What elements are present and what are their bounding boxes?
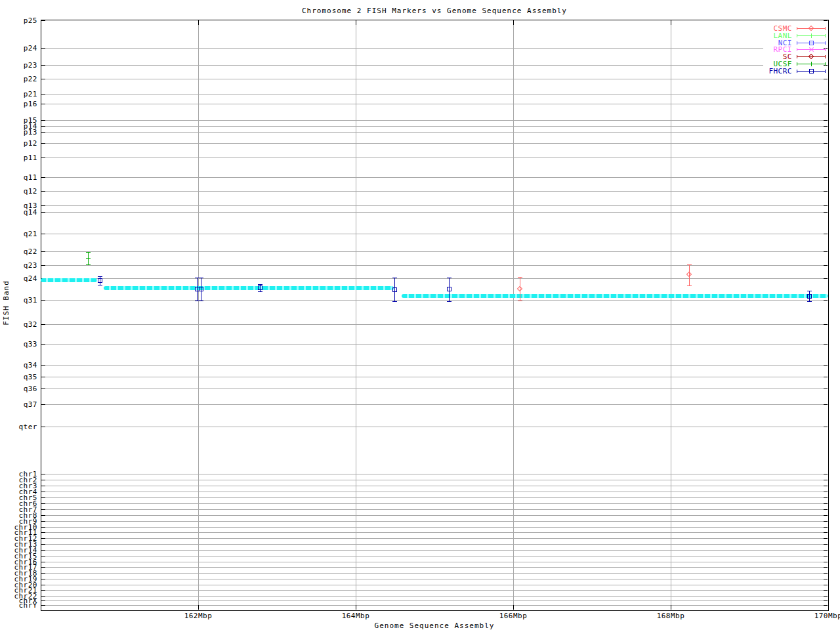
h-gridline — [41, 527, 828, 528]
band-tick-label: p16 — [0, 100, 37, 108]
data-point-FHCRC-square-marker — [98, 278, 102, 283]
data-point-FHCRC-square-marker — [807, 294, 812, 299]
y-tick-mirror — [824, 205, 828, 206]
band-tick-label: p11 — [0, 154, 37, 161]
h-gridline — [41, 600, 828, 601]
errorbar-cap-UCSF — [86, 252, 91, 253]
errorbar-cap-FHCRC — [392, 301, 397, 302]
assembly-band-segment — [402, 294, 828, 298]
y-tick-mirror — [824, 527, 828, 528]
y-tick-mirror — [824, 480, 828, 480]
y-tick — [41, 550, 45, 551]
y-tick — [41, 480, 45, 480]
y-tick — [41, 120, 45, 121]
y-tick — [41, 509, 45, 510]
legend-marker-NCI-square-marker — [809, 41, 814, 45]
y-tick — [41, 79, 45, 79]
y-tick — [41, 104, 45, 104]
h-gridline — [41, 585, 828, 585]
y-tick — [41, 503, 45, 504]
h-gridline — [41, 404, 828, 405]
band-tick-label: q37 — [0, 401, 37, 408]
y-tick-mirror — [824, 132, 828, 133]
band-tick-label: q23 — [0, 262, 37, 269]
y-tick-mirror — [824, 596, 828, 597]
errorbar-cap-FHCRC — [199, 278, 203, 278]
legend-sample-cap-UCSF — [797, 62, 797, 66]
h-gridline — [41, 265, 828, 266]
band-tick-label: q22 — [0, 248, 37, 255]
h-gridline — [41, 324, 828, 325]
h-gridline — [41, 579, 828, 579]
h-gridline — [41, 177, 828, 178]
y-tick-mirror — [824, 265, 828, 266]
h-gridline — [41, 567, 828, 568]
y-axis-label: FISH Band — [2, 274, 10, 333]
legend-sample-cap-CSMC — [825, 27, 826, 30]
plot-area: p25p24p23p22p21p16p15p14p13p12p11q11q12q… — [0, 0, 840, 630]
y-tick — [41, 132, 45, 133]
errorbar-cap-FHCRC — [392, 278, 397, 278]
y-tick — [41, 251, 45, 252]
x-tick — [828, 605, 829, 610]
h-gridline — [41, 158, 828, 158]
y-tick-mirror — [824, 550, 828, 551]
y-tick-mirror — [824, 94, 828, 94]
y-tick — [41, 605, 45, 606]
h-gridline — [41, 497, 828, 498]
band-tick-label: p24 — [0, 45, 37, 52]
y-tick — [41, 191, 45, 192]
y-tick — [41, 492, 45, 492]
h-gridline — [41, 562, 828, 562]
y-tick-mirror — [824, 65, 828, 66]
band-tick-label: p23 — [0, 62, 37, 69]
fish-marker-chart: Chromosome 2 FISH Markers vs Genome Sequ… — [0, 0, 840, 630]
y-tick — [41, 562, 45, 562]
y-tick-mirror — [824, 605, 828, 606]
errorbar-cap-FHCRC — [258, 291, 262, 292]
band-tick-label: q21 — [0, 230, 37, 238]
x-tick — [671, 605, 671, 610]
h-gridline — [41, 486, 828, 486]
y-tick-mirror — [824, 427, 828, 427]
legend-sample-cap-SC — [797, 55, 797, 58]
h-gridline — [41, 388, 828, 389]
y-tick — [41, 427, 45, 427]
y-tick-mirror — [824, 191, 828, 192]
y-tick-mirror — [824, 521, 828, 522]
y-tick — [41, 365, 45, 366]
errorbar-cap-CSMC — [518, 277, 522, 278]
y-tick-mirror — [824, 492, 828, 492]
y-tick-mirror — [824, 515, 828, 516]
legend-marker-LANL-plus-marker — [811, 33, 812, 38]
h-gridline — [41, 300, 828, 301]
data-point-CSMC-diamond-marker — [686, 272, 692, 277]
y-tick — [41, 600, 45, 601]
band-tick-label: q12 — [0, 188, 37, 195]
x-tick-mirror — [828, 20, 829, 25]
y-tick — [41, 538, 45, 539]
band-tick-label: p21 — [0, 91, 37, 98]
v-gridline — [513, 20, 514, 610]
errorbar-cap-FHCRC — [447, 301, 452, 302]
assembly-band-segment — [104, 286, 394, 290]
assembly-band-segment — [41, 278, 97, 282]
x-tick-mirror — [513, 20, 514, 25]
legend-sample-cap-LANL — [797, 34, 797, 37]
y-tick-mirror — [824, 324, 828, 325]
h-gridline — [41, 509, 828, 510]
y-tick-mirror — [824, 509, 828, 510]
y-tick-mirror — [824, 251, 828, 252]
x-tick-mirror — [198, 20, 199, 25]
y-tick-mirror — [824, 158, 828, 158]
y-tick — [41, 234, 45, 234]
h-gridline — [41, 474, 828, 474]
h-gridline — [41, 205, 828, 206]
y-tick-mirror — [824, 300, 828, 301]
h-gridline — [41, 377, 828, 377]
data-point-CSMC-diamond-marker — [517, 286, 522, 291]
y-tick — [41, 94, 45, 94]
y-tick-mirror — [824, 544, 828, 545]
h-gridline — [41, 365, 828, 366]
h-gridline — [41, 79, 828, 79]
